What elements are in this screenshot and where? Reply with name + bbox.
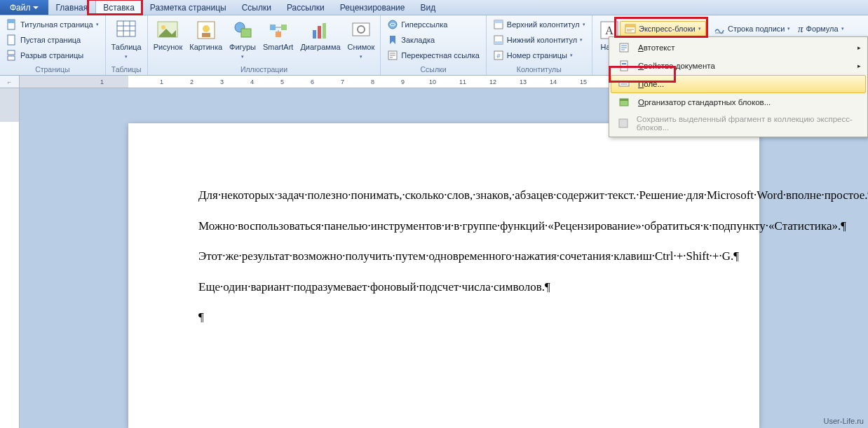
svg-text:3: 3	[220, 78, 224, 85]
svg-text:7: 7	[341, 78, 344, 85]
file-tab-label: Файл	[10, 3, 31, 13]
cover-page-button[interactable]: Титульная страница ▾	[3, 17, 102, 32]
svg-rect-19	[276, 32, 281, 37]
button-label: Строка подписи	[728, 25, 785, 33]
svg-rect-30	[494, 41, 503, 44]
document-canvas[interactable]: Для·некоторых·задач·полезно·понимать,·ск…	[20, 88, 868, 428]
button-label: Рисунок	[154, 43, 183, 51]
express-blocks-dropdown: Автотекст ▸ Свойство документа ▸ Поле...…	[609, 36, 868, 137]
group-label: Иллюстрации	[151, 65, 378, 75]
menu-label: Организатор стандартных блоков...	[638, 98, 771, 106]
tab-label: Вид	[420, 3, 435, 13]
svg-rect-2	[8, 35, 15, 45]
signature-line-button[interactable]: Строка подписи ▾	[711, 21, 793, 36]
svg-rect-14	[202, 33, 210, 37]
svg-text:1: 1	[160, 78, 163, 85]
hyperlink-button[interactable]: Гиперссылка	[384, 17, 483, 32]
organizer-item[interactable]: Организатор стандартных блоков...	[611, 93, 866, 111]
svg-rect-44	[620, 99, 628, 101]
cover-page-icon	[6, 19, 18, 30]
button-label: SmartArt	[263, 43, 293, 51]
svg-rect-22	[323, 23, 326, 39]
autotext-item[interactable]: Автотекст ▸	[611, 39, 866, 57]
pi-icon: π	[798, 23, 803, 35]
header-button[interactable]: Верхний колонтитул ▾	[489, 17, 589, 32]
page-break-button[interactable]: Разрыв страницы	[3, 48, 102, 63]
svg-text:15: 15	[580, 78, 587, 85]
svg-rect-20	[313, 30, 316, 39]
vertical-ruler[interactable]	[0, 88, 20, 428]
svg-rect-36	[625, 25, 635, 27]
tab-view[interactable]: Вид	[412, 0, 443, 15]
menu-label: Поле...	[638, 80, 664, 88]
tab-home[interactable]: Главная	[48, 0, 96, 15]
group-label: Таблицы	[109, 65, 144, 75]
svg-rect-45	[619, 119, 628, 127]
ruler-corner[interactable]: ⌐	[0, 76, 20, 88]
svg-rect-1	[8, 20, 15, 23]
group-links: Гиперссылка Закладка Перекрестная ссылка…	[381, 15, 487, 75]
group-label: Колонтитулы	[489, 65, 589, 75]
paragraph: ¶	[198, 308, 689, 326]
paragraph: Можно·воспользоваться·панелью·инструмент…	[198, 217, 689, 235]
field-item[interactable]: Поле...	[611, 75, 866, 93]
tab-review[interactable]: Рецензирование	[332, 0, 413, 15]
equation-button[interactable]: π Формула ▾	[795, 21, 847, 36]
svg-rect-4	[8, 56, 15, 60]
screenshot-button[interactable]: Снимок▾	[345, 17, 378, 63]
svg-text:5: 5	[280, 78, 284, 85]
smartart-button[interactable]: SmartArt	[260, 17, 296, 53]
chevron-down-icon: ▾	[96, 22, 99, 27]
button-label: Разрыв страницы	[20, 51, 83, 60]
file-tab[interactable]: Файл	[0, 0, 48, 15]
svg-point-13	[203, 25, 210, 32]
svg-rect-28	[494, 20, 503, 23]
page-number-button[interactable]: # Номер страницы ▾	[489, 48, 589, 63]
chevron-down-icon: ▾	[698, 26, 701, 32]
tab-label: Ссылки	[242, 3, 271, 13]
blank-page-button[interactable]: Пустая страница	[3, 32, 102, 48]
button-label: Фигуры	[229, 43, 256, 51]
svg-rect-41	[622, 66, 626, 67]
signature-icon	[714, 23, 725, 34]
svg-text:4: 4	[250, 78, 254, 85]
page-number-icon: #	[493, 50, 504, 61]
svg-point-11	[161, 25, 165, 29]
button-label: Таблица	[111, 43, 142, 51]
organizer-icon	[618, 97, 630, 108]
smartart-icon	[267, 19, 290, 41]
tab-mailings[interactable]: Рассылки	[279, 0, 332, 15]
document-text[interactable]: Для·некоторых·задач·полезно·понимать,·ск…	[198, 186, 689, 326]
workspace: Для·некоторых·задач·полезно·понимать,·ск…	[0, 88, 868, 428]
tab-layout[interactable]: Разметка страницы	[142, 0, 234, 15]
picture-button[interactable]: Рисунок	[151, 17, 186, 53]
footer-button[interactable]: Нижний колонтитул ▾	[489, 32, 589, 48]
button-label: Верхний колонтитул	[507, 20, 580, 29]
tab-references[interactable]: Ссылки	[234, 0, 279, 15]
crossref-button[interactable]: Перекрестная ссылка	[384, 48, 483, 63]
svg-text:11: 11	[459, 78, 466, 85]
chart-button[interactable]: Диаграмма	[297, 17, 343, 53]
shapes-button[interactable]: Фигуры▾	[226, 17, 259, 63]
submenu-arrow-icon: ▸	[857, 44, 861, 51]
table-icon	[115, 19, 137, 41]
crossref-icon	[387, 50, 398, 61]
docprop-item[interactable]: Свойство документа ▸	[611, 57, 866, 75]
paragraph: Еще·один·вариант·подразумевает·фоновый·п…	[198, 278, 689, 296]
bookmark-button[interactable]: Закладка	[384, 32, 483, 48]
table-button[interactable]: Таблица▾	[109, 17, 144, 63]
group-illustrations: Рисунок Картинка Фигуры▾ SmartArt Диагра…	[148, 15, 381, 75]
save-selection-item: Сохранить выделенный фрагмент в коллекци…	[611, 111, 866, 135]
express-blocks-button[interactable]: Экспресс-блоки ▾	[620, 21, 706, 36]
button-label: Титульная страница	[20, 20, 93, 29]
group-label: Страницы	[3, 65, 102, 75]
svg-rect-16	[241, 29, 251, 37]
chevron-down-icon: ▾	[841, 26, 844, 32]
svg-rect-40	[622, 63, 626, 64]
page: Для·некоторых·задач·полезно·понимать,·ск…	[128, 123, 759, 428]
svg-text:9: 9	[401, 78, 405, 85]
screenshot-icon	[350, 19, 372, 41]
tab-label: Рецензирование	[340, 3, 405, 13]
clipart-button[interactable]: Картинка	[187, 17, 225, 53]
tab-insert[interactable]: Вставка	[95, 0, 142, 15]
